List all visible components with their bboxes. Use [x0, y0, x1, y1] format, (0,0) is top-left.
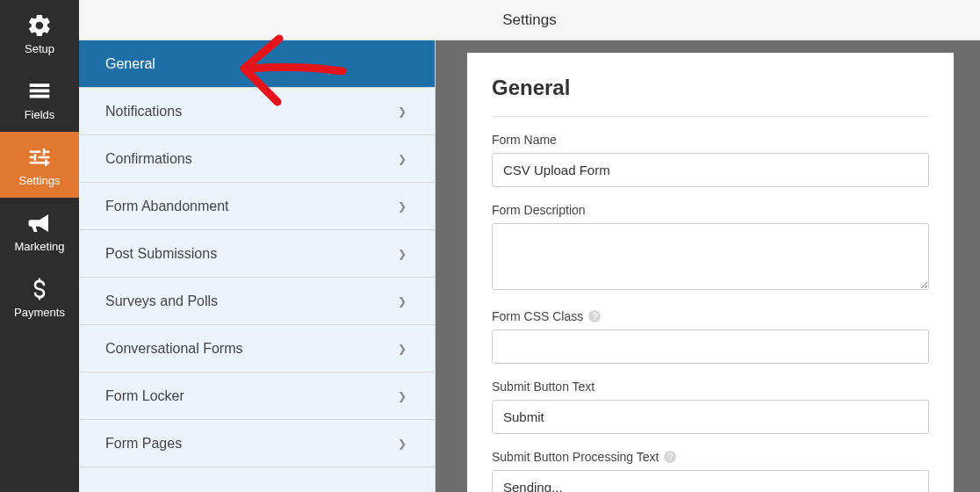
page-title: Settings — [502, 11, 556, 29]
chevron-right-icon: ❯ — [398, 105, 407, 118]
sidebar-item-payments[interactable]: Payments — [0, 264, 79, 329]
field-form-css-class: Form CSS Class ? — [492, 309, 929, 364]
label-form-name: Form Name — [492, 133, 929, 147]
form-panel: General Form Name Form Description Form … — [467, 53, 954, 492]
form-heading: General — [492, 76, 929, 100]
input-form-name[interactable] — [492, 153, 929, 187]
settings-menu-confirmations[interactable]: Confirmations ❯ — [79, 135, 435, 183]
settings-menu-conversational-forms[interactable]: Conversational Forms ❯ — [79, 325, 435, 373]
settings-menu-label: Form Pages — [105, 436, 182, 452]
bullhorn-icon — [26, 210, 53, 236]
settings-menu-label: Form Abandonment — [105, 199, 229, 214]
dollar-icon — [26, 276, 53, 302]
sidebar-item-setup[interactable]: Setup — [0, 0, 79, 66]
sidebar-item-settings[interactable]: Settings — [0, 132, 79, 198]
label-submit-button-text: Submit Button Text — [492, 380, 929, 394]
settings-menu-label: Surveys and Polls — [105, 293, 218, 309]
input-form-css-class[interactable] — [492, 329, 929, 364]
form-panel-wrap: General Form Name Form Description Form … — [436, 40, 980, 492]
help-icon[interactable]: ? — [588, 310, 601, 322]
page-header: Settings — [79, 0, 980, 40]
settings-menu: General Notifications ❯ Confirmations ❯ … — [79, 40, 436, 492]
settings-menu-general[interactable]: General — [79, 40, 435, 88]
settings-menu-label: Confirmations — [105, 151, 192, 167]
chevron-right-icon: ❯ — [398, 295, 407, 308]
field-form-name: Form Name — [492, 133, 929, 187]
content-area: General Notifications ❯ Confirmations ❯ … — [79, 0, 980, 492]
settings-menu-label: Post Submissions — [105, 246, 217, 262]
label-form-description: Form Description — [492, 203, 929, 217]
sidebar-label-settings: Settings — [19, 174, 61, 187]
input-submit-button-processing-text[interactable] — [492, 470, 929, 492]
chevron-right-icon: ❯ — [398, 438, 407, 450]
settings-menu-notifications[interactable]: Notifications ❯ — [79, 88, 435, 135]
chevron-right-icon: ❯ — [398, 343, 407, 355]
label-form-css-class: Form CSS Class — [492, 309, 583, 323]
sidebar-label-fields: Fields — [25, 108, 55, 121]
settings-menu-label: General — [105, 56, 155, 72]
sidebar-item-fields[interactable]: Fields — [0, 66, 79, 132]
settings-menu-form-pages[interactable]: Form Pages ❯ — [79, 420, 435, 467]
list-icon — [26, 78, 53, 105]
divider — [492, 116, 929, 117]
chevron-right-icon: ❯ — [398, 248, 407, 260]
label-submit-button-processing-text: Submit Button Processing Text — [492, 450, 659, 464]
help-icon[interactable]: ? — [664, 451, 676, 463]
sidebar-label-payments: Payments — [14, 306, 65, 319]
input-form-description[interactable] — [492, 223, 929, 290]
icon-sidebar: Setup Fields Settings Marketing Payments — [0, 0, 79, 492]
sliders-icon — [26, 144, 53, 170]
settings-menu-label: Form Locker — [105, 388, 184, 404]
field-form-description: Form Description — [492, 203, 929, 293]
gear-icon — [26, 12, 53, 39]
settings-menu-surveys-polls[interactable]: Surveys and Polls ❯ — [79, 278, 435, 325]
settings-menu-form-abandonment[interactable]: Form Abandonment ❯ — [79, 183, 435, 230]
sidebar-label-setup: Setup — [25, 42, 54, 55]
settings-menu-form-locker[interactable]: Form Locker ❯ — [79, 373, 435, 420]
settings-menu-post-submissions[interactable]: Post Submissions ❯ — [79, 230, 435, 278]
sidebar-label-marketing: Marketing — [14, 240, 64, 253]
sidebar-item-marketing[interactable]: Marketing — [0, 198, 79, 264]
chevron-right-icon: ❯ — [398, 200, 407, 213]
input-submit-button-text[interactable] — [492, 400, 929, 434]
settings-menu-label: Conversational Forms — [105, 341, 243, 357]
field-submit-button-text: Submit Button Text — [492, 380, 929, 434]
chevron-right-icon: ❯ — [398, 390, 407, 402]
chevron-right-icon: ❯ — [398, 153, 407, 165]
settings-menu-label: Notifications — [105, 104, 182, 119]
field-submit-button-processing-text: Submit Button Processing Text ? — [492, 450, 929, 492]
